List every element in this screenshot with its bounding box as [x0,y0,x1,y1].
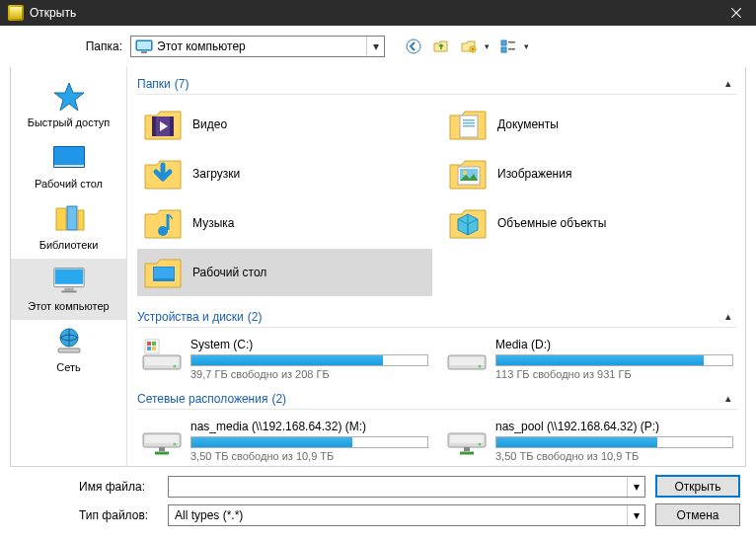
file-view: Папки (7) ▴ Видео Документы Загр [127,67,745,466]
3dobjects-icon [448,203,488,243]
network-icon [50,326,88,357]
view-dropdown[interactable]: ▾ [521,41,531,51]
open-button[interactable]: Открыть [655,475,740,498]
network-drive-icon [141,420,183,455]
chevron-down-icon[interactable]: ▾ [627,477,644,497]
monitor-icon [50,265,88,296]
sidebar-item-network[interactable]: Сеть [11,320,126,381]
group-header-network[interactable]: Сетевые расположения (2) ▴ [137,386,737,410]
desktop-folder-icon [143,253,183,292]
videos-icon [143,105,183,144]
folders-grid: Видео Документы Загрузки Изображения [137,95,737,304]
svg-rect-27 [463,125,475,127]
group-header-drives[interactable]: Устройства и диски (2) ▴ [137,304,737,328]
sidebar-item-thispc[interactable]: Этот компьютер [11,259,126,320]
filename-label: Имя файла: [79,480,158,494]
scroll-area[interactable]: Папки (7) ▴ Видео Документы Загр [127,67,745,466]
downloads-icon [143,154,183,193]
svg-rect-25 [463,119,475,121]
svg-rect-20 [58,348,80,352]
lookin-label: Папка: [79,39,122,53]
close-icon [731,8,741,18]
network-drive-icon [446,420,488,455]
svg-rect-50 [450,435,484,443]
folder-up-icon [433,39,449,54]
collapse-icon[interactable]: ▴ [719,390,737,407]
svg-rect-46 [145,435,179,443]
folder-desktop[interactable]: Рабочий стол [137,249,432,296]
svg-point-30 [463,171,467,175]
chevron-down-icon[interactable]: ▾ [627,505,644,525]
close-button[interactable] [717,0,756,26]
cancel-button[interactable]: Отмена [655,503,740,526]
star-icon [50,81,88,113]
collapse-icon[interactable]: ▴ [719,308,737,325]
disk-usage-bar [190,436,428,448]
places-bar: Быстрый доступ Рабочий стол Библиотеки Э… [11,67,127,466]
filetype-label: Тип файлов: [79,508,158,522]
svg-rect-40 [147,347,151,350]
svg-rect-33 [154,268,174,278]
svg-rect-18 [61,291,76,293]
disk-usage-bar [495,354,733,366]
svg-point-36 [174,365,177,368]
sidebar-item-quick[interactable]: Быстрый доступ [11,75,126,136]
filetype-combo[interactable]: All types (*.*) ▾ [168,504,645,526]
folder-music[interactable]: Музыка [137,199,432,247]
netdrive-p[interactable]: nas_pool (\\192.168.64.32) (P:) 3,50 ТБ … [442,414,737,466]
svg-rect-43 [450,357,484,365]
svg-rect-5 [501,40,506,45]
filename-input[interactable] [169,480,627,494]
svg-point-51 [479,443,482,446]
group-header-folders[interactable]: Папки (7) ▴ [137,71,737,95]
disk-usage-bar [190,354,428,366]
lookin-text: Этот компьютер [157,39,366,53]
lookin-row: Папка: Этот компьютер ▾ ▾ ▾ [10,36,746,63]
svg-rect-1 [137,41,151,49]
app-icon [8,5,24,21]
disk-icon [446,338,488,373]
view-button[interactable] [497,36,519,57]
svg-rect-22 [152,116,156,136]
new-folder-button[interactable] [458,36,480,57]
collapse-icon[interactable]: ▴ [719,75,737,92]
chevron-down-icon[interactable]: ▾ [366,37,384,56]
sidebar-item-libraries[interactable]: Библиотеки [11,197,126,259]
svg-rect-13 [67,206,77,230]
back-button[interactable] [403,36,424,57]
new-folder-dropdown[interactable]: ▾ [482,41,491,51]
back-icon [406,39,421,54]
view-icon [500,39,516,54]
svg-point-44 [479,365,482,368]
main-area: Быстрый доступ Рабочий стол Библиотеки Э… [10,67,746,467]
folder-pictures[interactable]: Изображения [442,150,737,197]
music-icon [143,203,183,243]
bottom-panel: Имя файла: ▾ Открыть Тип файлов: All typ… [10,467,746,532]
filename-combo[interactable]: ▾ [168,476,645,498]
desktop-icon [50,142,88,174]
titlebar: Открыть [0,0,756,26]
svg-point-47 [174,443,177,446]
svg-rect-11 [54,165,84,167]
folder-documents[interactable]: Документы [442,101,737,148]
disk-icon [141,338,183,373]
window-title: Открыть [30,6,717,20]
lookin-combo[interactable]: Этот компьютер ▾ [130,36,385,57]
svg-rect-6 [501,47,506,52]
thispc-icon [135,39,153,53]
folder-3dobjects[interactable]: Объемные объекты [442,199,737,247]
svg-rect-7 [508,41,515,43]
up-button[interactable] [430,36,452,57]
svg-rect-38 [147,342,151,346]
svg-rect-10 [54,147,84,165]
svg-point-31 [158,226,168,236]
netdrive-m[interactable]: nas_media (\\192.168.64.32) (M:) 3,50 ТБ… [137,414,432,466]
folder-downloads[interactable]: Загрузки [137,150,432,197]
sidebar-item-desktop[interactable]: Рабочий стол [11,136,126,197]
documents-icon [448,105,488,144]
svg-rect-14 [78,210,84,230]
drive-c[interactable]: System (C:) 39,7 ГБ свободно из 208 ГБ [137,332,432,386]
folder-videos[interactable]: Видео [137,101,432,148]
svg-rect-41 [152,347,156,350]
drive-d[interactable]: Media (D:) 113 ГБ свободно из 931 ГБ [442,332,737,386]
